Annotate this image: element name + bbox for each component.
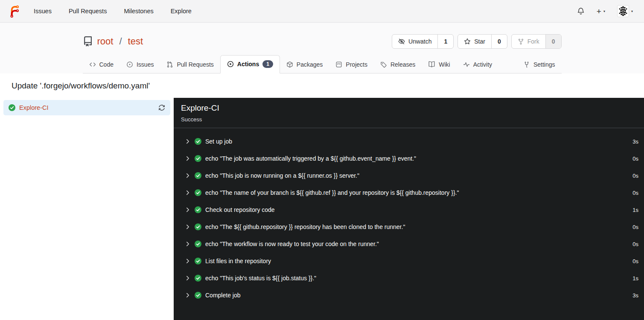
star-button[interactable]: Star 0 bbox=[458, 34, 507, 49]
job-name: Explore-CI bbox=[19, 104, 49, 111]
log-job-status: Success bbox=[181, 116, 637, 123]
repo-action-buttons: Unwatch 1 Star 0 bbox=[392, 34, 562, 49]
package-icon bbox=[286, 61, 293, 68]
job-list-item-explore-ci[interactable]: Explore-CI bbox=[3, 100, 170, 115]
tab-actions[interactable]: Actions 1 bbox=[220, 55, 280, 73]
star-count: 0 bbox=[491, 35, 507, 48]
chevron-right-icon bbox=[185, 241, 191, 247]
tab-projects[interactable]: Projects bbox=[329, 56, 374, 73]
top-navbar: Issues Pull Requests Milestones Explore … bbox=[0, 0, 644, 23]
nav-explore[interactable]: Explore bbox=[171, 8, 192, 15]
success-check-icon bbox=[195, 138, 201, 145]
success-check-icon bbox=[195, 172, 201, 179]
success-check-icon bbox=[195, 241, 201, 247]
step-row[interactable]: List files in the repository 0s bbox=[185, 252, 638, 270]
repo-name-link[interactable]: test bbox=[128, 36, 143, 47]
rerun-refresh-icon[interactable] bbox=[158, 104, 165, 111]
fork-button[interactable]: Fork 0 bbox=[511, 34, 562, 49]
success-check-icon bbox=[195, 189, 201, 196]
user-menu[interactable]: ▾ bbox=[617, 5, 633, 17]
step-duration: 0s bbox=[632, 241, 638, 247]
step-name: echo "This job is now running on a ${{ r… bbox=[205, 172, 359, 179]
repo-tab-bar: Code Issues Pull Requests bbox=[83, 55, 562, 73]
step-row[interactable]: echo "This job is now running on a ${{ r… bbox=[185, 167, 638, 184]
chevron-right-icon bbox=[185, 292, 191, 298]
step-row[interactable]: Complete job 3s bbox=[185, 287, 638, 304]
step-row[interactable]: Set up job 3s bbox=[185, 133, 638, 150]
plus-icon: + bbox=[597, 7, 601, 15]
pulse-icon bbox=[463, 61, 470, 68]
log-header: Explore-CI Success bbox=[174, 98, 644, 128]
fork-count: 0 bbox=[545, 35, 561, 48]
actions-count-badge: 1 bbox=[262, 60, 273, 68]
job-log-panel: Explore-CI Success Set up job 3s echo "T… bbox=[174, 98, 644, 320]
caret-down-icon: ▾ bbox=[603, 9, 605, 13]
action-run-view: Update '.forgejo/workflows/demo.yaml' Ex… bbox=[0, 73, 644, 320]
step-row[interactable]: Check out repository code 1s bbox=[185, 201, 638, 218]
step-duration: 0s bbox=[632, 190, 638, 196]
unwatch-button[interactable]: Unwatch 1 bbox=[392, 34, 454, 49]
repo-header: root / test Unwatch bbox=[0, 23, 644, 73]
step-duration: 1s bbox=[632, 275, 638, 282]
tab-issues[interactable]: Issues bbox=[120, 56, 160, 73]
step-name: echo "The name of your branch is ${{ git… bbox=[205, 189, 459, 196]
step-name: Complete job bbox=[205, 292, 241, 299]
tag-icon bbox=[380, 61, 387, 68]
step-name: echo "The ${{ github.repository }} repos… bbox=[205, 223, 405, 230]
step-duration: 3s bbox=[632, 138, 638, 145]
job-success-icon bbox=[9, 104, 15, 111]
success-check-icon bbox=[195, 155, 201, 162]
step-row[interactable]: echo "The workflow is now ready to test … bbox=[185, 235, 638, 252]
step-name: echo "The job was automatically triggere… bbox=[205, 155, 416, 162]
nav-issues[interactable]: Issues bbox=[34, 8, 52, 15]
step-duration: 0s bbox=[632, 173, 638, 179]
chevron-right-icon bbox=[185, 156, 191, 161]
eye-slash-icon bbox=[398, 38, 405, 45]
repo-book-icon bbox=[83, 36, 93, 47]
notifications-bell-icon[interactable] bbox=[577, 7, 585, 15]
step-row[interactable]: echo "The name of your branch is ${{ git… bbox=[185, 184, 638, 201]
log-job-name: Explore-CI bbox=[181, 103, 637, 113]
tab-releases[interactable]: Releases bbox=[374, 56, 422, 73]
tab-wiki[interactable]: Wiki bbox=[422, 56, 456, 73]
tab-packages[interactable]: Packages bbox=[280, 56, 329, 73]
step-name: echo "The workflow is now ready to test … bbox=[205, 241, 379, 247]
step-row[interactable]: echo "The job was automatically triggere… bbox=[185, 150, 638, 167]
step-row[interactable]: echo "The ${{ github.repository }} repos… bbox=[185, 218, 638, 235]
step-name: List files in the repository bbox=[205, 258, 271, 264]
success-check-icon bbox=[195, 258, 201, 264]
success-check-icon bbox=[195, 206, 201, 213]
tab-activity[interactable]: Activity bbox=[457, 56, 498, 73]
step-duration: 0s bbox=[632, 156, 638, 162]
fork-icon bbox=[518, 38, 524, 45]
repo-title-row: root / test Unwatch bbox=[83, 30, 562, 53]
chevron-right-icon bbox=[185, 258, 191, 264]
primary-nav: Issues Pull Requests Milestones Explore bbox=[34, 8, 192, 15]
chevron-right-icon bbox=[185, 207, 191, 213]
chevron-right-icon bbox=[185, 138, 191, 144]
code-icon bbox=[89, 61, 96, 68]
tab-code[interactable]: Code bbox=[83, 56, 120, 73]
run-commit-title: Update '.forgejo/workflows/demo.yaml' bbox=[0, 73, 644, 98]
step-name: echo "This job's status is ${{ job.statu… bbox=[205, 275, 316, 282]
nav-pull-requests[interactable]: Pull Requests bbox=[69, 8, 107, 15]
play-circle-icon bbox=[227, 61, 234, 68]
project-board-icon bbox=[335, 61, 342, 68]
issue-icon bbox=[126, 61, 133, 68]
forgejo-logo-icon[interactable] bbox=[8, 5, 21, 18]
nav-milestones[interactable]: Milestones bbox=[124, 8, 153, 15]
tab-settings[interactable]: Settings bbox=[517, 56, 562, 73]
repo-path-separator: / bbox=[119, 36, 122, 47]
create-new-menu[interactable]: + ▾ bbox=[597, 7, 605, 15]
watch-count: 1 bbox=[437, 35, 453, 48]
tab-pull-requests[interactable]: Pull Requests bbox=[160, 56, 220, 73]
tools-icon bbox=[523, 61, 530, 68]
success-check-icon bbox=[195, 223, 201, 230]
step-row[interactable]: echo "This job's status is ${{ job.statu… bbox=[185, 270, 638, 287]
job-sidebar: Explore-CI bbox=[0, 98, 174, 320]
repo-owner-link[interactable]: root bbox=[97, 36, 114, 47]
chevron-right-icon bbox=[185, 275, 191, 281]
chevron-right-icon bbox=[185, 224, 191, 230]
step-name: Set up job bbox=[205, 138, 232, 145]
step-duration: 0s bbox=[632, 258, 638, 264]
